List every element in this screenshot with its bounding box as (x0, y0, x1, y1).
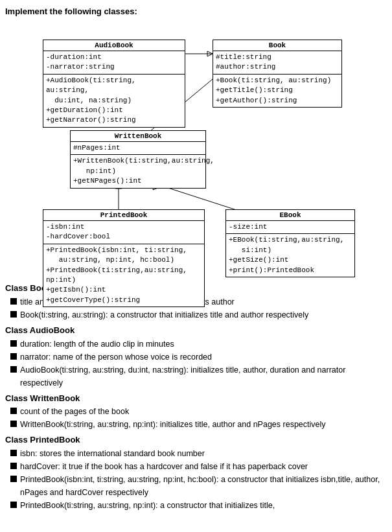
printedbook-item-2: hardCover: it true if the book has a har… (10, 460, 387, 473)
bullet-icon (10, 476, 17, 482)
audiobook-item-3-text: AudioBook(ti:string, au:string, du:int, … (20, 364, 387, 389)
uml-class-writtenbook: WrittenBook #nPages:int +WrittenBook(ti:… (70, 130, 206, 189)
class-writtenbook-block: Class WrittenBook count of the pages of … (5, 392, 387, 432)
audiobook-item-1: duration: length of the audio clip in mi… (10, 338, 387, 351)
book-item-2-text: Book(ti:string, au:string): a constructo… (20, 308, 387, 321)
audiobook-item-1-text: duration: length of the audio clip in mi… (20, 338, 387, 351)
bullet-icon (10, 408, 17, 414)
audiobook-attrs: -duration:int-narrator:string (43, 51, 185, 75)
printedbook-title: PrintedBook (43, 210, 204, 221)
ebook-title: EBook (226, 210, 354, 221)
bullet-icon (10, 502, 17, 508)
class-audiobook-heading: Class AudioBook (5, 324, 387, 338)
class-writtenbook-heading: Class WrittenBook (5, 392, 387, 406)
ebook-methods: +EBook(ti:string,au:string, si:int)+getS… (226, 234, 354, 277)
writtenbook-item-2-text: WrittenBook(ti:string, au:string, np:int… (20, 418, 387, 431)
bullet-icon (10, 298, 17, 305)
bullet-icon (10, 463, 17, 469)
uml-class-ebook: EBook -size:int +EBook(ti:string,au:stri… (225, 209, 355, 277)
description-section: Class Book title and author: represent t… (5, 282, 387, 512)
class-printedbook-block: Class PrintedBook isbn: stores the inter… (5, 434, 387, 512)
printedbook-item-3: PrintedBook(isbn:int, ti:string, au:stri… (10, 473, 387, 499)
writtenbook-methods: +WrittenBook(ti:string,au:string, np:int… (71, 155, 205, 187)
audiobook-methods: +AudioBook(ti:string, au:string, du:int,… (43, 75, 185, 127)
book-attrs: #title:string#author:string (213, 51, 341, 75)
audiobook-title: AudioBook (43, 40, 185, 51)
writtenbook-attrs: #nPages:int (71, 142, 205, 155)
printedbook-attrs: -isbn:int-hardCover:bool (43, 221, 204, 244)
uml-class-audiobook: AudioBook -duration:int-narrator:string … (43, 40, 185, 128)
class-printedbook-heading: Class PrintedBook (5, 434, 387, 447)
page-title: Implement the following classes: (5, 6, 387, 16)
ebook-attrs: -size:int (226, 221, 354, 234)
book-title: Book (213, 40, 341, 51)
printedbook-item-4-text: PrintedBook(ti:string, au:string, np:int… (20, 499, 387, 512)
bullet-icon (10, 340, 17, 347)
audiobook-item-3: AudioBook(ti:string, au:string, du:int, … (10, 364, 387, 389)
uml-class-book: Book #title:string#author:string +Book(t… (213, 40, 342, 108)
bullet-icon (10, 353, 17, 360)
printedbook-item-1: isbn: stores the international standard … (10, 447, 387, 460)
bullet-icon (10, 450, 17, 456)
printedbook-item-1-text: isbn: stores the international standard … (20, 447, 387, 460)
uml-diagram: AudioBook -duration:int-narrator:string … (5, 21, 387, 274)
printedbook-item-2-text: hardCover: it true if the book has a har… (20, 460, 387, 473)
bullet-icon (10, 366, 17, 373)
writtenbook-title: WrittenBook (71, 131, 205, 142)
printedbook-methods: +PrintedBook(isbn:int, ti:string, au:str… (43, 244, 204, 306)
audiobook-item-2: narrator: name of the person whose voice… (10, 351, 387, 364)
audiobook-item-2-text: narrator: name of the person whose voice… (20, 351, 387, 364)
writtenbook-item-2: WrittenBook(ti:string, au:string, np:int… (10, 418, 387, 431)
svg-marker-1 (207, 51, 213, 56)
uml-class-printedbook: PrintedBook -isbn:int-hardCover:bool +Pr… (43, 209, 205, 307)
book-methods: +Book(ti:string, au:string)+getTitle():s… (213, 75, 341, 107)
bullet-icon (10, 421, 17, 427)
class-audiobook-block: Class AudioBook duration: length of the … (5, 324, 387, 389)
printedbook-item-3-text: PrintedBook(isbn:int, ti:string, au:stri… (20, 473, 387, 499)
printedbook-item-4: PrintedBook(ti:string, au:string, np:int… (10, 499, 387, 512)
writtenbook-item-1: count of the pages of the book (10, 405, 387, 418)
book-item-2: Book(ti:string, au:string): a constructo… (10, 308, 387, 321)
writtenbook-item-1-text: count of the pages of the book (20, 405, 387, 418)
bullet-icon (10, 311, 17, 318)
